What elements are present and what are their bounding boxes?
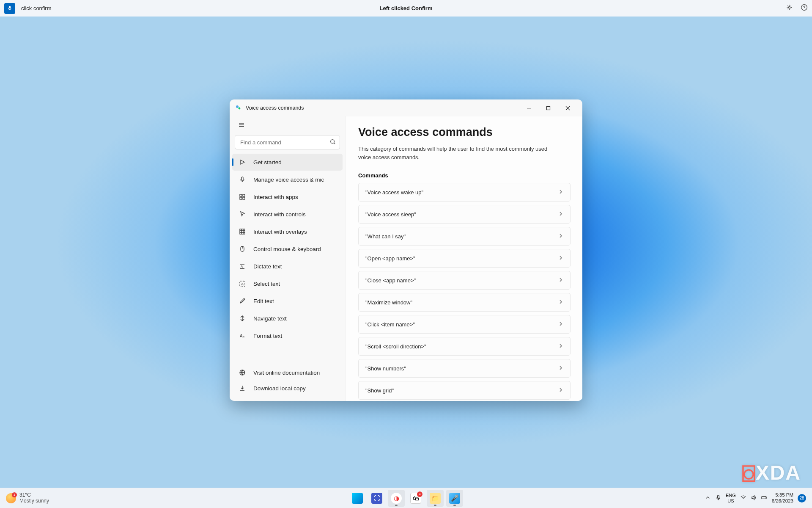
nav-bottom-item-visit-online-documentation[interactable]: Visit online documentation xyxy=(232,365,343,380)
main-content[interactable]: Voice access commands This category of c… xyxy=(345,116,582,401)
command-item[interactable]: "Click <item name>" xyxy=(358,315,571,334)
watermark: ⌼XDA xyxy=(743,461,801,484)
mouse-icon xyxy=(239,246,246,252)
svg-rect-11 xyxy=(240,229,245,234)
taskbar-app-vivaldi[interactable]: ◑ xyxy=(388,490,405,507)
svg-rect-21 xyxy=(766,497,767,498)
window-titlebar[interactable]: Voice access commands xyxy=(230,99,582,116)
chevron-right-icon xyxy=(558,343,563,350)
svg-point-5 xyxy=(331,140,335,144)
nav-item-label: Interact with apps xyxy=(253,194,298,200)
globe-icon xyxy=(239,369,246,376)
chevron-right-icon xyxy=(558,255,563,262)
notification-badge[interactable]: 28 xyxy=(798,494,806,502)
nav-item-control-mouse-keyboard[interactable]: Control mouse & keyboard xyxy=(232,240,343,257)
nav-item-label: Select text xyxy=(253,281,280,287)
nav-item-label: Get started xyxy=(253,159,282,166)
edit-icon xyxy=(239,298,246,304)
minimize-button[interactable] xyxy=(519,99,538,116)
taskbar-app-explorer[interactable]: 📁 xyxy=(427,490,444,507)
command-text: "What can I say" xyxy=(365,233,406,240)
language-indicator[interactable]: ENG US xyxy=(726,493,736,503)
start-button[interactable] xyxy=(349,490,366,507)
command-text: "Close <app name>" xyxy=(365,277,416,284)
search-icon xyxy=(330,139,336,146)
nav-item-interact-with-apps[interactable]: Interact with apps xyxy=(232,188,343,205)
search-input[interactable] xyxy=(235,135,340,149)
tray-mic-icon[interactable] xyxy=(715,494,721,502)
command-item[interactable]: "Open <app name>" xyxy=(358,249,571,268)
taskbar-app-teams[interactable]: ⛶ xyxy=(368,490,385,507)
svg-rect-9 xyxy=(240,197,242,199)
command-item[interactable]: "What can I say" xyxy=(358,227,571,246)
command-item[interactable]: "Voice access sleep" xyxy=(358,205,571,224)
battery-icon[interactable] xyxy=(761,494,768,502)
nav-item-dictate-text[interactable]: ADictate text xyxy=(232,258,343,275)
nav-item-interact-with-controls[interactable]: Interact with controls xyxy=(232,206,343,223)
nav-item-label: Dictate text xyxy=(253,263,282,270)
nav-icon xyxy=(239,315,246,322)
format-icon: Aa xyxy=(239,332,246,339)
taskbar-app-voice-access[interactable]: 🎤 xyxy=(446,490,463,507)
command-item[interactable]: "Show numbers" xyxy=(358,359,571,378)
command-text: "Open <app name>" xyxy=(365,255,415,262)
nav-item-interact-with-overlays[interactable]: Interact with overlays xyxy=(232,223,343,240)
weather-widget[interactable]: 31°C Mostly sunny xyxy=(6,492,49,504)
sidebar: Get startedManage voice access & micInte… xyxy=(230,116,345,401)
chevron-right-icon xyxy=(558,277,563,284)
voice-command-text: click confirm xyxy=(21,5,52,11)
page-description: This category of commands will help the … xyxy=(358,145,561,161)
command-text: "Maximize window" xyxy=(365,299,412,306)
nav-item-label: Navigate text xyxy=(253,315,287,322)
nav-item-navigate-text[interactable]: Navigate text xyxy=(232,310,343,327)
hamburger-button[interactable] xyxy=(235,118,248,132)
settings-icon[interactable] xyxy=(786,4,793,13)
chevron-right-icon xyxy=(558,233,563,240)
mic-icon xyxy=(7,6,13,11)
nav-item-format-text[interactable]: AaFormat text xyxy=(232,327,343,344)
svg-rect-19 xyxy=(718,495,719,498)
mic-toggle-button[interactable] xyxy=(4,3,15,14)
taskbar-app-store[interactable]: 🛍 xyxy=(407,490,424,507)
app-icon xyxy=(235,104,242,112)
wifi-icon[interactable] xyxy=(740,494,746,502)
command-item[interactable]: "Voice access wake up" xyxy=(358,183,571,202)
maximize-button[interactable] xyxy=(538,99,558,116)
nav-item-manage-voice-access-mic[interactable]: Manage voice access & mic xyxy=(232,171,343,188)
command-text: "Scroll <scroll direction>" xyxy=(365,343,426,350)
weather-desc: Mostly sunny xyxy=(19,498,49,504)
nav-item-label: Control mouse & keyboard xyxy=(253,246,321,252)
nav-item-label: Interact with overlays xyxy=(253,229,307,235)
help-icon[interactable] xyxy=(801,4,808,13)
command-item[interactable]: "Show grid" xyxy=(358,381,571,400)
select-icon: A xyxy=(239,280,246,287)
svg-text:A: A xyxy=(240,334,243,338)
close-button[interactable] xyxy=(558,99,577,116)
nav-item-get-started[interactable]: Get started xyxy=(232,154,343,171)
command-text: "Click <item name>" xyxy=(365,321,415,328)
tray-expand-icon[interactable] xyxy=(705,494,711,502)
cursor-icon xyxy=(239,211,246,218)
chevron-right-icon xyxy=(558,299,563,306)
chevron-right-icon xyxy=(558,321,563,328)
command-item[interactable]: "Close <app name>" xyxy=(358,271,571,290)
svg-rect-4 xyxy=(546,106,550,110)
chevron-right-icon xyxy=(558,189,563,196)
nav-item-label: Interact with controls xyxy=(253,211,306,218)
svg-point-2 xyxy=(236,105,239,108)
command-text: "Show grid" xyxy=(365,387,394,394)
svg-rect-6 xyxy=(241,177,243,180)
svg-rect-10 xyxy=(243,197,245,199)
voice-access-commands-window: Voice access commands Get startedManage … xyxy=(230,99,582,401)
chevron-right-icon xyxy=(558,211,563,218)
nav-item-edit-text[interactable]: Edit text xyxy=(232,293,343,309)
nav-bottom-item-download-local-copy[interactable]: Download local copy xyxy=(232,381,343,396)
taskbar: 31°C Mostly sunny ⛶ ◑ 🛍 📁 🎤 ENG US 5:35 … xyxy=(0,488,812,508)
nav-item-select-text[interactable]: ASelect text xyxy=(232,275,343,292)
command-item[interactable]: "Scroll <scroll direction>" xyxy=(358,337,571,356)
volume-icon[interactable] xyxy=(751,494,757,502)
svg-text:a: a xyxy=(243,335,244,338)
command-item[interactable]: "Maximize window" xyxy=(358,293,571,312)
clock[interactable]: 5:35 PM 6/26/2023 xyxy=(772,492,793,504)
svg-rect-7 xyxy=(240,194,242,196)
